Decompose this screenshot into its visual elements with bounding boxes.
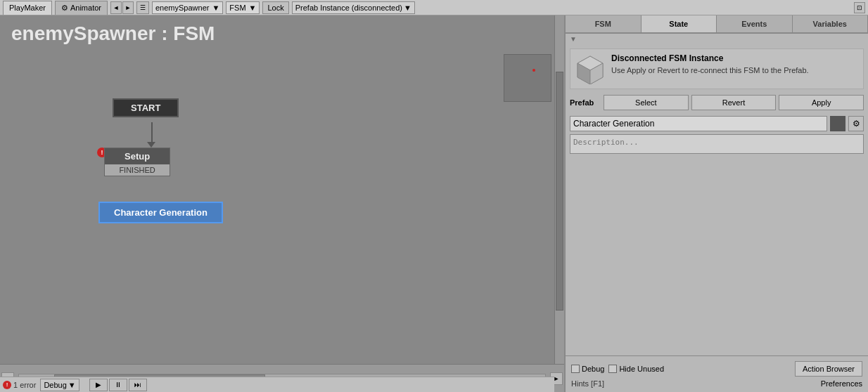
minimap	[504, 54, 551, 102]
right-bottom-inner: Debug Hide Unused Action Browser Hints […	[571, 361, 862, 388]
maximize-button[interactable]: ⊡	[854, 2, 865, 13]
state-gear-button[interactable]: ⚙	[848, 116, 864, 131]
panel-indicator: ▼	[570, 35, 577, 43]
nav-left-btn[interactable]: ◄	[110, 1, 122, 14]
menu-button[interactable]: ☰	[136, 1, 149, 14]
playmaker-tab[interactable]: PlayMaker	[3, 1, 52, 15]
vertical-scrollbar-thumb[interactable]	[556, 72, 563, 311]
start-node[interactable]: START	[113, 98, 179, 117]
arrow-head	[147, 142, 155, 148]
minimap-dot	[532, 69, 535, 72]
hide-unused-checkbox-label[interactable]: Hide Unused	[608, 365, 664, 373]
prefab-dropdown[interactable]: Prefab Instance (disconnected) ▼	[292, 1, 415, 14]
state-name-row: ⚙	[570, 116, 864, 131]
preferences-button[interactable]: Preferences	[738, 379, 862, 388]
tab-state[interactable]: State	[642, 15, 717, 32]
tab-events[interactable]: Events	[717, 15, 793, 32]
prefab-row: Prefab Select Revert Apply	[570, 95, 864, 110]
animator-icon: ⚙	[61, 4, 68, 13]
debug-dropdown[interactable]: Debug ▼	[40, 379, 79, 391]
apply-button[interactable]: Apply	[779, 95, 864, 110]
nav-arrows: ◄ ►	[110, 1, 134, 14]
right-panel: FSM State Events Variables ▼ Disconnecte…	[564, 15, 868, 392]
cube-icon	[575, 53, 606, 84]
play-button[interactable]: ▶	[89, 379, 108, 391]
select-button[interactable]: Select	[604, 95, 689, 110]
debug-checkbox-label[interactable]: Debug	[571, 365, 604, 373]
pause-button[interactable]: ⏸	[109, 379, 127, 391]
arrow-down	[151, 122, 153, 143]
setup-node-title: Setup	[105, 148, 170, 164]
main-layout: enemySpawner : FSM START ! Setup FINISHE…	[0, 15, 868, 392]
char-gen-node[interactable]: Character Generation	[98, 202, 223, 223]
action-browser-button[interactable]: Action Browser	[795, 361, 862, 377]
fsm-object-dropdown[interactable]: enemySpawner ▼	[152, 1, 223, 14]
left-vertical-scrollbar[interactable]	[554, 15, 564, 364]
nav-right-btn[interactable]: ►	[122, 1, 134, 14]
hide-unused-label: Hide Unused	[619, 365, 664, 373]
fsm-canvas: START ! Setup FINISHED Character Generat…	[0, 15, 564, 364]
revert-button[interactable]: Revert	[691, 95, 777, 110]
lock-button[interactable]: Lock	[262, 1, 288, 14]
setup-node[interactable]: Setup FINISHED	[104, 148, 170, 176]
setup-node-subtitle: FINISHED	[105, 164, 170, 176]
notice-text: Disconnected FSM Instance Use Apply or R…	[611, 53, 809, 76]
bottom-row-bottom: Hints [F1] Preferences	[571, 379, 862, 388]
right-tabs: FSM State Events Variables	[566, 15, 868, 34]
tab-variables[interactable]: Variables	[793, 15, 869, 32]
top-bar: PlayMaker ⚙ Animator ◄ ► ☰ enemySpawner …	[0, 0, 868, 15]
animator-tab[interactable]: ⚙ Animator	[55, 1, 108, 15]
bottom-row-top: Debug Hide Unused Action Browser	[571, 361, 862, 377]
error-dot: !	[3, 381, 11, 389]
fsm-type-dropdown[interactable]: FSM ▼	[226, 1, 260, 14]
left-panel: enemySpawner : FSM START ! Setup FINISHE…	[0, 15, 564, 392]
hide-unused-checkbox[interactable]	[608, 365, 617, 373]
prefab-label: Prefab	[570, 98, 601, 107]
error-indicator: ! 1 error	[3, 381, 36, 389]
disconnected-notice: Disconnected FSM Instance Use Apply or R…	[570, 48, 864, 89]
right-bottom-bar: Debug Hide Unused Action Browser Hints […	[566, 355, 868, 392]
error-count-label: 1 error	[13, 381, 36, 389]
hints-label: Hints [F1]	[571, 379, 604, 388]
debug-checkbox[interactable]	[571, 365, 580, 373]
disconnected-description: Use Apply or Revert to re-connect this F…	[611, 65, 809, 76]
state-color-swatch[interactable]	[830, 116, 845, 131]
play-controls: ▶ ⏸ ⏭	[89, 379, 147, 391]
step-button[interactable]: ⏭	[129, 379, 147, 391]
state-description-field[interactable]	[570, 134, 864, 154]
debug-label: Debug	[582, 365, 604, 373]
status-bar: ! 1 error Debug ▼ ▶ ⏸ ⏭	[0, 377, 554, 392]
disconnected-title: Disconnected FSM Instance	[611, 53, 809, 63]
state-name-input[interactable]	[570, 116, 827, 131]
right-content: Disconnected FSM Instance Use Apply or R…	[566, 44, 868, 355]
tab-fsm[interactable]: FSM	[566, 15, 642, 32]
